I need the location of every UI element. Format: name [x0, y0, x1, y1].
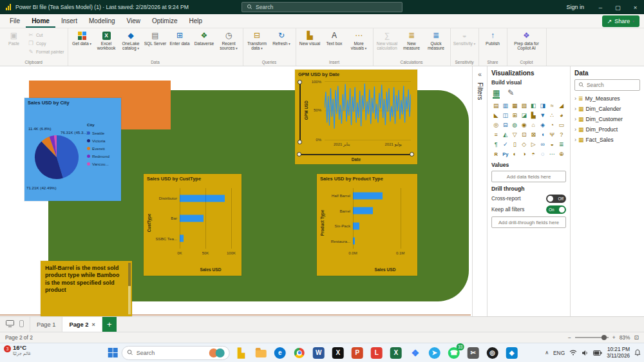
sales-by-product-type-visual[interactable]: Sales USD by Product Type Product Type H…	[317, 174, 417, 276]
azure-map-icon[interactable]: ◈	[538, 120, 548, 129]
waterfall-chart-icon[interactable]: ▙	[529, 111, 538, 120]
chevron-right-icon[interactable]: ›	[574, 95, 576, 102]
taskbar-app-snipping-tool[interactable]: ✂	[466, 345, 481, 361]
custom-visual-2-icon[interactable]: ◑	[520, 149, 529, 158]
pie-chart-icon[interactable]: ◕	[557, 111, 567, 120]
recent-sources-button[interactable]: ◷Recent sources ▾	[217, 29, 241, 51]
table-item-dim-calender[interactable]: ›▦Dim_Calender	[574, 104, 640, 114]
enter-data-button[interactable]: ⊞Enter data	[168, 29, 192, 46]
filters-pane-collapsed[interactable]: « Filters	[473, 66, 488, 316]
onelake-catalog-button[interactable]: ◆OneLake catalog ▾	[119, 29, 143, 51]
taskbar-app-obs-studio[interactable]: ◎	[485, 345, 500, 361]
new-visual-button[interactable]: ▙New visual	[298, 29, 322, 46]
page-tab-page-2[interactable]: Page 2×	[62, 317, 102, 332]
filled-map-icon[interactable]: ◉	[520, 120, 529, 129]
gpm-by-date-visual[interactable]: GPM USD by Date GPM USD 100% 50% 0% يناي…	[295, 70, 417, 164]
taskbar-app-file-explorer[interactable]	[253, 345, 269, 361]
weather-widget[interactable]: 3 16°C غائم جزئيًا	[4, 345, 31, 356]
report-canvas[interactable]: Sales USD by City 11.4K (6.8%) 76.31K (4…	[0, 66, 473, 316]
insight-text-box[interactable]: Half-Barrel is the most sold product typ…	[41, 261, 132, 316]
table-item-dim-customer[interactable]: ›▦Dim_Customer	[574, 114, 640, 124]
titlebar-search[interactable]: Search	[242, 2, 402, 12]
area-chart-icon[interactable]: ◢	[557, 101, 567, 110]
mobile-view-icon[interactable]	[19, 320, 24, 329]
menu-tab-optimize[interactable]: Optimize	[146, 14, 183, 28]
taskbar-app-visual-studio[interactable]: ◆	[504, 345, 520, 361]
matrix-icon[interactable]: ⊠	[529, 130, 538, 139]
sensitivity-button[interactable]: ◒Sensitivity ▾	[453, 29, 477, 46]
build-settings-icon[interactable]: ⊕	[557, 149, 567, 158]
multi-row-card-icon[interactable]: ≡	[491, 130, 501, 139]
expand-filters-icon[interactable]: «	[478, 71, 482, 78]
sql-server-button[interactable]: ▤SQL Server	[144, 29, 167, 46]
volume-icon[interactable]	[582, 350, 589, 356]
menu-tab-help[interactable]: Help	[183, 14, 208, 28]
r-script-icon[interactable]: R	[491, 149, 501, 158]
get-more-visuals-icon[interactable]: ⋯	[547, 149, 557, 158]
data-search-input[interactable]: Search	[574, 79, 640, 91]
wifi-icon[interactable]	[569, 350, 577, 356]
slider-handle[interactable]	[410, 152, 414, 157]
card-icon[interactable]: ▭	[557, 120, 567, 129]
table-item-fact-sales[interactable]: ›▦Fact_Sales	[574, 135, 640, 145]
desktop-view-icon[interactable]	[6, 320, 14, 329]
ribbon-chart-icon[interactable]: ◪	[520, 111, 529, 120]
donut-chart-icon[interactable]: ◎	[491, 120, 501, 129]
start-button[interactable]	[108, 348, 118, 357]
arcgis-map-icon[interactable]: ◇	[520, 140, 529, 149]
bar-chart[interactable]: DistributorBarSSBC Tea...0K50K100K	[151, 188, 236, 256]
power-automate-icon[interactable]: ∞	[538, 140, 548, 149]
line-and-clustered-column-chart-icon[interactable]: ⊞	[510, 111, 520, 120]
close-button[interactable]: ×	[627, 0, 644, 14]
legend-item-victoria[interactable]: Victoria	[87, 137, 109, 144]
scorecard-icon[interactable]: ◒	[547, 140, 557, 149]
taskbar-app-excel[interactable]: X	[388, 345, 404, 361]
legend-item-vancou[interactable]: Vancou...	[87, 160, 109, 167]
keep-all-filters-toggle[interactable]: On	[546, 205, 566, 214]
gauge-icon[interactable]: ◔	[547, 120, 557, 129]
taskbar-app-power-bi[interactable]: ▙	[234, 345, 249, 361]
taskbar-app-whatsapp[interactable]: ☎33	[446, 345, 462, 361]
slider-handle[interactable]	[298, 140, 302, 144]
menu-tab-home[interactable]: Home	[26, 14, 55, 28]
taskbar-app-word[interactable]: W	[311, 345, 327, 361]
scrollbar-thumb[interactable]	[128, 263, 131, 286]
taskbar-app-chrome[interactable]	[292, 345, 307, 361]
shape-map-icon[interactable]: ⌂	[529, 120, 538, 129]
line-chart[interactable]	[325, 81, 411, 140]
format-visual-mode-icon[interactable]: ✎	[507, 88, 514, 99]
custom-visual-3-icon[interactable]: ◓	[529, 149, 538, 158]
drill-through-field-well[interactable]: Add drill-through fields here	[491, 216, 566, 228]
cut-button[interactable]: ✂Cut	[28, 32, 64, 38]
hundred-stacked-column-chart-icon[interactable]: ◨	[538, 101, 548, 110]
taskbar-search[interactable]: Search	[122, 346, 230, 360]
quick-measure-button[interactable]: ≣Quick measure	[424, 29, 448, 51]
key-influencers-icon[interactable]: ◖	[538, 130, 548, 139]
legend-item-everett[interactable]: Everett	[87, 144, 109, 152]
chevron-right-icon[interactable]: ›	[574, 106, 576, 112]
funnel-chart-icon[interactable]: ▼	[538, 111, 548, 120]
build-visual-mode-icon[interactable]: ▦	[493, 88, 500, 99]
bar-chart[interactable]: Half BarrelBarrelSix-PackRestaura...0.0M…	[325, 188, 412, 256]
y-axis-range-slider[interactable]	[297, 81, 303, 143]
taskbar-app-l-app[interactable]: L	[369, 345, 384, 361]
paginated-report-icon[interactable]: ▯	[510, 140, 520, 149]
maximize-button[interactable]: ▢	[609, 0, 627, 14]
taskbar-app-photos[interactable]: ❖	[408, 345, 423, 361]
slider-handle[interactable]	[298, 80, 302, 84]
language-indicator[interactable]: ENG	[553, 350, 565, 356]
text-box-button[interactable]: AText box	[323, 29, 346, 46]
clustered-bar-chart-icon[interactable]: ▦	[510, 101, 520, 110]
zoom-in-button[interactable]: +	[612, 334, 616, 341]
taskbar-app-telegram[interactable]: ➤	[427, 345, 442, 361]
taskbar-app-powerpoint[interactable]: P	[350, 345, 365, 361]
slicer-icon[interactable]: ▽	[510, 130, 520, 139]
prep-data-for-copilot-ai-button[interactable]: ❖Prep data for Copilot AI	[509, 29, 544, 51]
pie-chart[interactable]	[33, 134, 80, 180]
table-icon[interactable]: ⊡	[520, 130, 529, 139]
page-tab-page-1[interactable]: Page 1	[30, 317, 62, 332]
minimize-button[interactable]: –	[592, 0, 609, 14]
values-field-well[interactable]: Add data fields here	[491, 171, 566, 182]
clock[interactable]: 10:21 PM 3/11/2026	[607, 347, 630, 359]
menu-tab-insert[interactable]: Insert	[55, 14, 83, 28]
